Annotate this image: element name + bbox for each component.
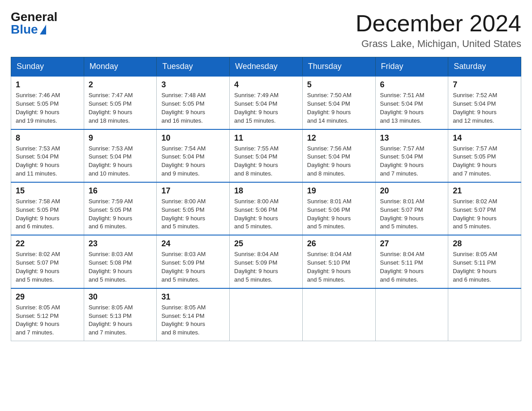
calendar-cell: 26 Sunrise: 8:04 AM Sunset: 5:10 PM Dayl…	[302, 235, 375, 288]
calendar-cell: 1 Sunrise: 7:46 AM Sunset: 5:05 PM Dayli…	[11, 76, 84, 129]
day-info: Sunrise: 8:04 AM Sunset: 5:10 PM Dayligh…	[307, 250, 371, 284]
calendar-cell: 10 Sunrise: 7:54 AM Sunset: 5:04 PM Dayl…	[157, 129, 230, 182]
week-row: 29 Sunrise: 8:05 AM Sunset: 5:12 PM Dayl…	[11, 288, 521, 341]
calendar-table: Sunday Monday Tuesday Wednesday Thursday…	[11, 57, 521, 341]
day-info: Sunrise: 7:54 AM Sunset: 5:04 PM Dayligh…	[161, 145, 225, 178]
calendar-cell: 21 Sunrise: 8:02 AM Sunset: 5:07 PM Dayl…	[448, 182, 521, 235]
col-friday: Friday	[375, 57, 448, 77]
calendar-cell: 16 Sunrise: 7:59 AM Sunset: 5:05 PM Dayl…	[84, 182, 157, 235]
day-number: 2	[89, 80, 152, 90]
day-info: Sunrise: 7:51 AM Sunset: 5:04 PM Dayligh…	[380, 91, 444, 125]
day-info: Sunrise: 8:03 AM Sunset: 5:08 PM Dayligh…	[89, 250, 152, 284]
day-info: Sunrise: 7:50 AM Sunset: 5:04 PM Dayligh…	[307, 91, 371, 125]
calendar-cell	[448, 288, 521, 341]
calendar-cell: 29 Sunrise: 8:05 AM Sunset: 5:12 PM Dayl…	[11, 288, 84, 341]
day-number: 22	[16, 239, 79, 248]
calendar-cell: 11 Sunrise: 7:55 AM Sunset: 5:04 PM Dayl…	[230, 129, 303, 182]
calendar-cell	[375, 288, 448, 341]
day-number: 13	[380, 133, 444, 143]
day-number: 12	[307, 133, 371, 143]
day-number: 5	[307, 80, 371, 90]
day-number: 4	[234, 80, 298, 90]
day-info: Sunrise: 7:48 AM Sunset: 5:05 PM Dayligh…	[161, 91, 225, 125]
day-info: Sunrise: 8:01 AM Sunset: 5:06 PM Dayligh…	[307, 197, 371, 231]
day-info: Sunrise: 7:58 AM Sunset: 5:05 PM Dayligh…	[16, 197, 79, 231]
day-info: Sunrise: 8:00 AM Sunset: 5:05 PM Dayligh…	[161, 197, 225, 231]
calendar-cell: 24 Sunrise: 8:03 AM Sunset: 5:09 PM Dayl…	[157, 235, 230, 288]
calendar-cell: 3 Sunrise: 7:48 AM Sunset: 5:05 PM Dayli…	[157, 76, 230, 129]
calendar-cell	[302, 288, 375, 341]
col-sunday: Sunday	[11, 57, 84, 77]
day-number: 27	[380, 239, 444, 248]
day-info: Sunrise: 7:49 AM Sunset: 5:04 PM Dayligh…	[234, 91, 298, 125]
day-info: Sunrise: 7:55 AM Sunset: 5:04 PM Dayligh…	[234, 145, 298, 178]
day-number: 3	[161, 80, 225, 90]
calendar-cell: 25 Sunrise: 8:04 AM Sunset: 5:09 PM Dayl…	[230, 235, 303, 288]
day-info: Sunrise: 8:01 AM Sunset: 5:07 PM Dayligh…	[380, 197, 444, 231]
day-info: Sunrise: 7:57 AM Sunset: 5:05 PM Dayligh…	[453, 145, 516, 178]
calendar-cell: 9 Sunrise: 7:53 AM Sunset: 5:04 PM Dayli…	[84, 129, 157, 182]
day-number: 6	[380, 80, 444, 90]
calendar-cell: 30 Sunrise: 8:05 AM Sunset: 5:13 PM Dayl…	[84, 288, 157, 341]
logo-blue-text: Blue	[11, 23, 46, 36]
day-info: Sunrise: 7:53 AM Sunset: 5:04 PM Dayligh…	[16, 145, 79, 178]
day-number: 25	[234, 239, 298, 248]
day-info: Sunrise: 8:04 AM Sunset: 5:09 PM Dayligh…	[234, 250, 298, 284]
day-info: Sunrise: 8:05 AM Sunset: 5:14 PM Dayligh…	[161, 304, 225, 337]
day-number: 23	[89, 239, 152, 248]
col-thursday: Thursday	[302, 57, 375, 77]
day-number: 8	[16, 133, 79, 143]
calendar-cell: 20 Sunrise: 8:01 AM Sunset: 5:07 PM Dayl…	[375, 182, 448, 235]
day-info: Sunrise: 7:52 AM Sunset: 5:04 PM Dayligh…	[453, 91, 516, 125]
day-info: Sunrise: 8:04 AM Sunset: 5:11 PM Dayligh…	[380, 250, 444, 284]
logo-general-text: General	[11, 11, 57, 23]
calendar-cell: 13 Sunrise: 7:57 AM Sunset: 5:04 PM Dayl…	[375, 129, 448, 182]
day-number: 19	[307, 186, 371, 196]
col-saturday: Saturday	[448, 57, 521, 77]
calendar-cell: 28 Sunrise: 8:05 AM Sunset: 5:11 PM Dayl…	[448, 235, 521, 288]
location-text: Grass Lake, Michigan, United States	[356, 38, 521, 50]
calendar-cell: 18 Sunrise: 8:00 AM Sunset: 5:06 PM Dayl…	[230, 182, 303, 235]
day-number: 26	[307, 239, 371, 248]
week-row: 22 Sunrise: 8:02 AM Sunset: 5:07 PM Dayl…	[11, 235, 521, 288]
page-header: General Blue December 2024 Grass Lake, M…	[11, 11, 521, 50]
day-info: Sunrise: 8:05 AM Sunset: 5:11 PM Dayligh…	[453, 250, 516, 284]
calendar-cell: 6 Sunrise: 7:51 AM Sunset: 5:04 PM Dayli…	[375, 76, 448, 129]
day-number: 16	[89, 186, 152, 196]
calendar-cell: 23 Sunrise: 8:03 AM Sunset: 5:08 PM Dayl…	[84, 235, 157, 288]
day-info: Sunrise: 8:02 AM Sunset: 5:07 PM Dayligh…	[16, 250, 79, 284]
calendar-cell: 5 Sunrise: 7:50 AM Sunset: 5:04 PM Dayli…	[302, 76, 375, 129]
day-info: Sunrise: 8:05 AM Sunset: 5:13 PM Dayligh…	[89, 304, 152, 337]
day-number: 24	[161, 239, 225, 248]
calendar-cell: 17 Sunrise: 8:00 AM Sunset: 5:05 PM Dayl…	[157, 182, 230, 235]
day-number: 15	[16, 186, 79, 196]
day-number: 28	[453, 239, 516, 248]
day-number: 7	[453, 80, 516, 90]
day-number: 10	[161, 133, 225, 143]
day-number: 14	[453, 133, 516, 143]
day-info: Sunrise: 8:03 AM Sunset: 5:09 PM Dayligh…	[161, 250, 225, 284]
day-number: 30	[89, 292, 152, 302]
day-info: Sunrise: 7:53 AM Sunset: 5:04 PM Dayligh…	[89, 145, 152, 178]
week-row: 8 Sunrise: 7:53 AM Sunset: 5:04 PM Dayli…	[11, 129, 521, 182]
day-info: Sunrise: 7:46 AM Sunset: 5:05 PM Dayligh…	[16, 91, 79, 125]
day-number: 18	[234, 186, 298, 196]
day-number: 11	[234, 133, 298, 143]
col-wednesday: Wednesday	[230, 57, 303, 77]
day-info: Sunrise: 8:05 AM Sunset: 5:12 PM Dayligh…	[16, 304, 79, 337]
logo: General Blue	[11, 11, 57, 36]
col-tuesday: Tuesday	[157, 57, 230, 77]
title-block: December 2024 Grass Lake, Michigan, Unit…	[356, 11, 521, 50]
calendar-cell: 27 Sunrise: 8:04 AM Sunset: 5:11 PM Dayl…	[375, 235, 448, 288]
day-info: Sunrise: 7:59 AM Sunset: 5:05 PM Dayligh…	[89, 197, 152, 231]
calendar-cell: 15 Sunrise: 7:58 AM Sunset: 5:05 PM Dayl…	[11, 182, 84, 235]
calendar-cell: 4 Sunrise: 7:49 AM Sunset: 5:04 PM Dayli…	[230, 76, 303, 129]
day-info: Sunrise: 7:56 AM Sunset: 5:04 PM Dayligh…	[307, 145, 371, 178]
calendar-cell: 2 Sunrise: 7:47 AM Sunset: 5:05 PM Dayli…	[84, 76, 157, 129]
day-number: 21	[453, 186, 516, 196]
calendar-cell	[230, 288, 303, 341]
day-number: 20	[380, 186, 444, 196]
calendar-cell: 22 Sunrise: 8:02 AM Sunset: 5:07 PM Dayl…	[11, 235, 84, 288]
calendar-cell: 14 Sunrise: 7:57 AM Sunset: 5:05 PM Dayl…	[448, 129, 521, 182]
col-monday: Monday	[84, 57, 157, 77]
